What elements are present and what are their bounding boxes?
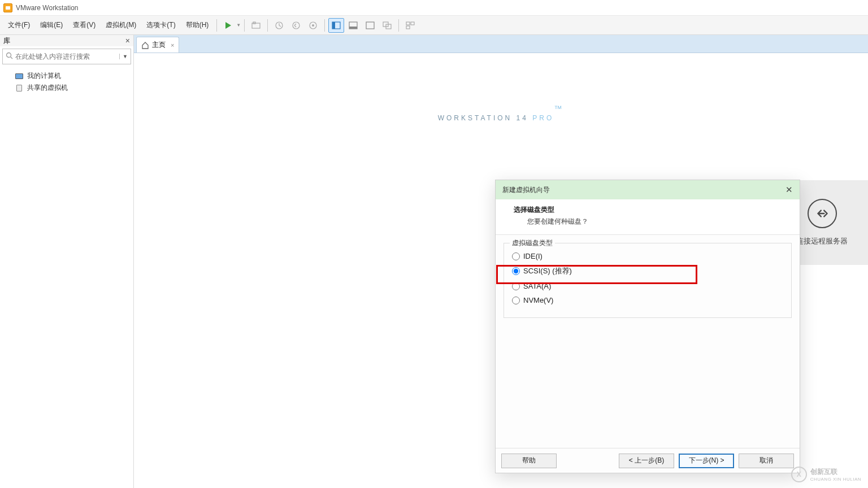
sidebar-title: 库 — [3, 36, 10, 46]
svg-rect-14 — [406, 22, 410, 25]
search-input[interactable] — [15, 53, 119, 60]
svg-rect-11 — [366, 22, 374, 29]
trademark-symbol: ™ — [554, 104, 564, 113]
separator — [398, 19, 399, 32]
next-button[interactable]: 下一步(N) > — [679, 454, 734, 468]
sidebar: 库 × ▼ 我的计算机 共享的虚拟机 — [0, 35, 134, 488]
radio-nvme-input[interactable] — [512, 297, 520, 304]
radio-nvme[interactable]: NVMe(V) — [511, 293, 784, 307]
menu-edit[interactable]: 编辑(E) — [36, 18, 67, 32]
svg-rect-10 — [349, 27, 357, 29]
radio-sata-input[interactable] — [512, 282, 520, 290]
menu-file[interactable]: 文件(F) — [3, 18, 34, 32]
app-title: VMware Workstation — [16, 4, 78, 12]
dialog-header: 选择磁盘类型 您要创建何种磁盘？ — [496, 199, 800, 235]
snapshot-take-icon[interactable] — [271, 18, 287, 33]
home-icon — [141, 41, 149, 49]
separator — [267, 19, 268, 32]
search-icon — [3, 52, 15, 61]
tab-close-icon[interactable]: × — [171, 42, 174, 49]
view-console-icon[interactable] — [328, 18, 344, 33]
view-unity-icon[interactable] — [379, 18, 395, 33]
radio-scsi[interactable]: SCSI(S) (推荐) — [511, 263, 784, 279]
menu-vm[interactable]: 虚拟机(M) — [101, 18, 141, 32]
menu-view[interactable]: 查看(V) — [68, 18, 100, 32]
view-fullscreen-icon[interactable] — [362, 18, 378, 33]
dialog-body: 虚拟磁盘类型 IDE(I) SCSI(S) (推荐) SATA(A) — [496, 235, 800, 448]
svg-marker-0 — [225, 22, 231, 29]
watermark-text: 创新互联 — [810, 467, 861, 477]
connect-remote-icon — [808, 199, 837, 228]
radio-nvme-label: NVMe(V) — [523, 296, 553, 304]
svg-rect-8 — [332, 22, 335, 29]
play-icon[interactable] — [220, 18, 236, 33]
product-title: WORKSTATION 14 PRO™ — [134, 104, 868, 125]
separator — [324, 19, 325, 32]
menu-help[interactable]: 帮助(H) — [181, 18, 214, 32]
play-dropdown-icon[interactable]: ▼ — [236, 23, 241, 28]
separator — [244, 19, 245, 32]
watermark-logo-icon: X — [791, 467, 807, 482]
menu-bar: 文件(F) 编辑(E) 查看(V) 虚拟机(M) 选项卡(T) 帮助(H) ▼ — [0, 16, 868, 35]
svg-line-18 — [10, 57, 12, 59]
app-icon — [3, 3, 12, 12]
sidebar-header: 库 × — [0, 35, 133, 46]
back-button[interactable]: < 上一步(B) — [619, 454, 674, 468]
watermark-subtext: CHUANG XIN HULIAN — [810, 477, 861, 482]
disk-type-fieldset: 虚拟磁盘类型 IDE(I) SCSI(S) (推荐) SATA(A) — [504, 243, 792, 318]
dialog-close-icon[interactable]: ✕ — [785, 185, 793, 195]
radio-sata-label: SATA(A) — [523, 282, 551, 290]
snapshot-revert-icon[interactable] — [288, 18, 304, 33]
dialog-heading: 选择磁盘类型 — [514, 205, 786, 215]
svg-point-4 — [293, 22, 300, 29]
svg-point-17 — [6, 53, 11, 58]
dialog-footer: 帮助 < 上一步(B) 下一步(N) > 取消 — [496, 448, 800, 473]
tree-item-my-computer[interactable]: 我的计算机 — [2, 70, 131, 82]
radio-scsi-input[interactable] — [512, 267, 520, 275]
watermark: X 创新互联 CHUANG XIN HULIAN — [791, 467, 861, 482]
tile-label: 连接远程服务器 — [796, 236, 848, 246]
tab-home[interactable]: 主页 × — [136, 37, 179, 53]
radio-ide[interactable]: IDE(I) — [511, 249, 784, 263]
radio-scsi-label: SCSI(S) (推荐) — [523, 266, 572, 276]
tree-item-label: 共享的虚拟机 — [27, 83, 68, 93]
radio-ide-label: IDE(I) — [523, 252, 542, 260]
cancel-button[interactable]: 取消 — [739, 454, 794, 468]
product-edition: PRO — [532, 114, 554, 122]
fieldset-legend: 虚拟磁盘类型 — [510, 238, 555, 248]
new-vm-wizard-dialog: 新建虚拟机向导 ✕ 选择磁盘类型 您要创建何种磁盘？ 虚拟磁盘类型 IDE(I) — [495, 180, 800, 473]
svg-point-6 — [312, 24, 314, 27]
shared-icon — [15, 85, 24, 91]
main-area: 主页 × WORKSTATION 14 PRO™ 连接远程服务器 新建虚拟机向导… — [134, 35, 868, 488]
search-dropdown-icon[interactable]: ▼ — [119, 54, 131, 59]
svg-rect-16 — [406, 26, 410, 29]
view-library-icon[interactable] — [402, 18, 418, 33]
screenshot-icon[interactable] — [248, 18, 264, 33]
radio-sata[interactable]: SATA(A) — [511, 279, 784, 293]
monitor-icon — [15, 73, 24, 80]
radio-ide-input[interactable] — [512, 252, 520, 260]
product-name: WORKSTATION 14 — [438, 114, 533, 122]
dialog-titlebar[interactable]: 新建虚拟机向导 ✕ — [496, 180, 800, 199]
sidebar-close-icon[interactable]: × — [125, 36, 130, 45]
tab-label: 主页 — [152, 40, 166, 50]
sidebar-search[interactable]: ▼ — [2, 49, 131, 64]
tree-item-label: 我的计算机 — [27, 71, 61, 81]
welcome-screen: WORKSTATION 14 PRO™ 连接远程服务器 新建虚拟机向导 ✕ 选择… — [134, 53, 868, 488]
separator — [216, 19, 217, 32]
help-button[interactable]: 帮助 — [501, 454, 557, 468]
title-bar: VMware Workstation — [0, 0, 868, 16]
dialog-title: 新建虚拟机向导 — [502, 185, 550, 195]
sidebar-tree: 我的计算机 共享的虚拟机 — [0, 67, 133, 97]
menu-tabs[interactable]: 选项卡(T) — [142, 18, 180, 32]
tree-item-shared-vms[interactable]: 共享的虚拟机 — [2, 82, 131, 94]
svg-rect-15 — [411, 22, 414, 25]
snapshot-manager-icon[interactable] — [305, 18, 321, 33]
dialog-subheading: 您要创建何种磁盘？ — [527, 217, 786, 226]
tab-strip: 主页 × — [134, 35, 868, 53]
view-thumbnail-icon[interactable] — [345, 18, 361, 33]
